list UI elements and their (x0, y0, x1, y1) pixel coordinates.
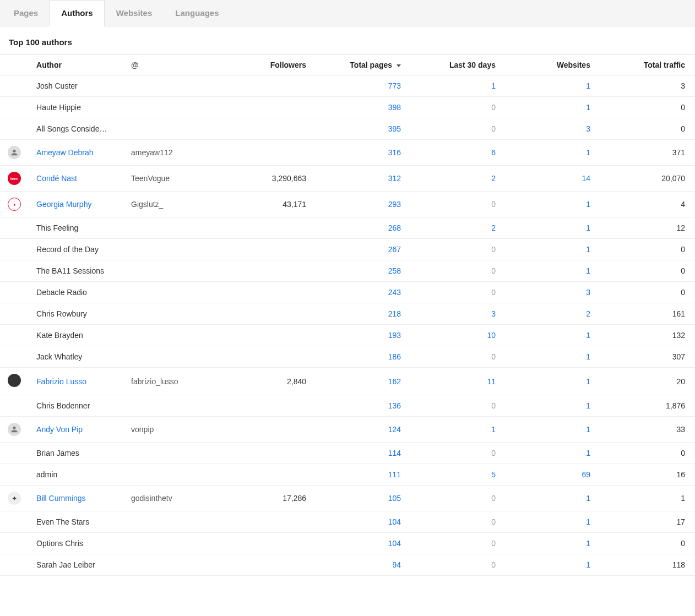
cell-total-pages[interactable]: 267 (316, 239, 411, 260)
cell-websites[interactable]: 3 (506, 282, 600, 303)
cell-author: Chris Bodenner (32, 395, 127, 417)
cell-author[interactable]: Andy Von Pip (32, 417, 127, 443)
cell-followers (221, 282, 316, 303)
table-header-row: Author @ Followers Total pages Last 30 d… (0, 55, 695, 75)
tab-websites[interactable]: Websites (105, 0, 164, 26)
cell-websites[interactable]: 1 (506, 97, 600, 118)
cell-author[interactable]: Georgia Murphy (32, 192, 127, 217)
author-name[interactable]: Ameyaw Debrah (36, 148, 94, 157)
cell-websites[interactable]: 1 (506, 533, 600, 554)
cell-last30[interactable]: 2 (411, 217, 506, 239)
cell-websites[interactable]: 1 (506, 239, 600, 260)
cell-total-pages[interactable]: 258 (316, 260, 411, 282)
cell-total-pages[interactable]: 316 (316, 140, 411, 166)
cell-websites[interactable]: 1 (506, 217, 600, 239)
cell-websites[interactable]: 1 (506, 417, 600, 443)
cell-last30: 0 (411, 443, 506, 464)
cell-avatar (0, 140, 32, 166)
cell-total-pages[interactable]: 193 (316, 325, 411, 346)
cell-total-pages[interactable]: 162 (316, 368, 411, 395)
cell-avatar (0, 554, 32, 576)
cell-author[interactable]: Bill Cummings (32, 486, 127, 511)
cell-traffic: 17 (600, 511, 695, 533)
cell-total-pages[interactable]: 218 (316, 303, 411, 325)
tab-pages[interactable]: Pages (2, 0, 50, 26)
cell-author[interactable]: Condé Nast (32, 166, 127, 192)
cell-websites[interactable]: 69 (506, 464, 600, 486)
tab-authors[interactable]: Authors (50, 0, 105, 26)
cell-handle: vonpip (127, 417, 221, 443)
col-last30-header[interactable]: Last 30 days (411, 55, 506, 75)
cell-websites[interactable]: 1 (506, 395, 600, 417)
cell-total-pages[interactable]: 105 (316, 486, 411, 511)
cell-avatar: ● (0, 192, 32, 217)
cell-websites[interactable]: 1 (506, 325, 600, 346)
author-name[interactable]: Fabrizio Lusso (36, 377, 86, 386)
cell-websites[interactable]: 1 (506, 511, 600, 533)
cell-last30: 0 (411, 346, 506, 368)
cell-last30[interactable]: 2 (411, 166, 506, 192)
cell-total-pages[interactable]: 104 (316, 533, 411, 554)
table-row: Ameyaw Debrahameyaw11231661371 (0, 140, 695, 166)
page-title: Top 100 authors (0, 26, 695, 54)
tab-languages[interactable]: Languages (164, 0, 230, 26)
cell-websites[interactable]: 3 (506, 118, 600, 140)
cell-author[interactable]: Ameyaw Debrah (32, 140, 127, 166)
cell-total-pages[interactable]: 268 (316, 217, 411, 239)
cell-websites[interactable]: 1 (506, 260, 600, 282)
cell-total-pages[interactable]: 293 (316, 192, 411, 217)
col-websites-header[interactable]: Websites (506, 55, 600, 75)
cell-websites[interactable]: 1 (506, 192, 600, 217)
cell-last30[interactable]: 1 (411, 417, 506, 443)
cell-total-pages[interactable]: 114 (316, 443, 411, 464)
cell-handle (127, 303, 221, 325)
author-name[interactable]: Andy Von Pip (36, 425, 83, 434)
cell-total-pages[interactable]: 94 (316, 554, 411, 576)
cell-total-pages[interactable]: 111 (316, 464, 411, 486)
cell-total-pages[interactable]: 398 (316, 97, 411, 118)
cell-last30[interactable]: 10 (411, 325, 506, 346)
cell-websites[interactable]: 14 (506, 166, 600, 192)
cell-websites[interactable]: 1 (506, 140, 600, 166)
table-row: teenCondé NastTeenVogue3,290,66331221420… (0, 166, 695, 192)
cell-total-pages[interactable]: 136 (316, 395, 411, 417)
cell-websites[interactable]: 1 (506, 443, 600, 464)
cell-author[interactable]: Fabrizio Lusso (32, 368, 127, 395)
cell-last30[interactable]: 5 (411, 464, 506, 486)
cell-total-pages[interactable]: 312 (316, 166, 411, 192)
cell-handle (127, 75, 221, 97)
cell-total-pages[interactable]: 124 (316, 417, 411, 443)
cell-websites[interactable]: 1 (506, 75, 600, 97)
table-row: ●Georgia MurphyGigslutz_43,171293014 (0, 192, 695, 217)
cell-websites[interactable]: 1 (506, 554, 600, 576)
cell-last30: 0 (411, 486, 506, 511)
cell-total-pages[interactable]: 773 (316, 75, 411, 97)
col-handle-header[interactable]: @ (127, 55, 221, 75)
cell-last30[interactable]: 3 (411, 303, 506, 325)
author-name[interactable]: Georgia Murphy (36, 200, 91, 209)
author-name[interactable]: Condé Nast (36, 174, 77, 183)
col-traffic-header[interactable]: Total traffic (600, 55, 695, 75)
cell-total-pages[interactable]: 186 (316, 346, 411, 368)
cell-total-pages[interactable]: 104 (316, 511, 411, 533)
cell-followers: 43,171 (221, 192, 316, 217)
cell-author: Chris Rowbury (32, 303, 127, 325)
col-author-header[interactable]: Author (32, 55, 127, 75)
cell-last30[interactable]: 6 (411, 140, 506, 166)
cell-websites[interactable]: 1 (506, 486, 600, 511)
col-followers-header[interactable]: Followers (221, 55, 316, 75)
cell-websites[interactable]: 2 (506, 303, 600, 325)
author-name: This Feeling (36, 223, 78, 232)
author-name[interactable]: Bill Cummings (36, 494, 85, 503)
col-total-pages-header[interactable]: Total pages (316, 55, 411, 75)
cell-total-pages[interactable]: 243 (316, 282, 411, 303)
cell-total-pages[interactable]: 395 (316, 118, 411, 140)
cell-websites[interactable]: 1 (506, 368, 600, 395)
cell-last30[interactable]: 11 (411, 368, 506, 395)
cell-last30[interactable]: 1 (411, 75, 506, 97)
table-row: Jack Whatley18601307 (0, 346, 695, 368)
col-total-pages-label: Total pages (350, 61, 392, 69)
cell-last30: 0 (411, 511, 506, 533)
author-name: Josh Custer (36, 81, 78, 90)
cell-websites[interactable]: 1 (506, 346, 600, 368)
